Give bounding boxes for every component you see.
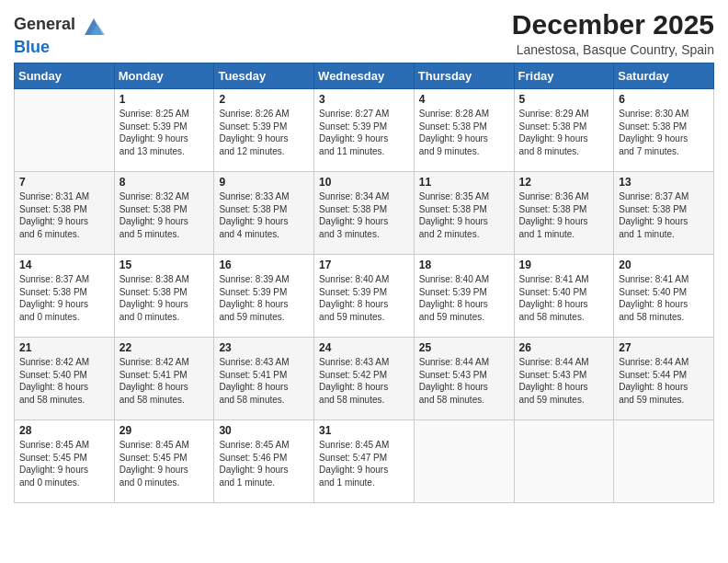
day-number: 13 [619, 176, 709, 189]
day-number: 12 [519, 176, 609, 189]
calendar-cell: 27Sunrise: 8:44 AM Sunset: 5:44 PM Dayli… [614, 338, 714, 420]
cell-content: Sunrise: 8:40 AM Sunset: 5:39 PM Dayligh… [419, 273, 509, 323]
calendar-cell: 10Sunrise: 8:34 AM Sunset: 5:38 PM Dayli… [314, 172, 415, 255]
cell-content: Sunrise: 8:37 AM Sunset: 5:38 PM Dayligh… [619, 190, 709, 240]
calendar-table: SundayMondayTuesdayWednesdayThursdayFrid… [14, 63, 714, 503]
cell-content: Sunrise: 8:32 AM Sunset: 5:38 PM Dayligh… [119, 190, 210, 240]
calendar-cell: 24Sunrise: 8:43 AM Sunset: 5:42 PM Dayli… [314, 338, 415, 420]
day-number: 8 [119, 176, 210, 189]
day-number: 18 [419, 259, 509, 271]
cell-content: Sunrise: 8:44 AM Sunset: 5:44 PM Dayligh… [619, 356, 709, 406]
calendar-cell: 26Sunrise: 8:44 AM Sunset: 5:43 PM Dayli… [514, 338, 614, 420]
calendar-cell: 21Sunrise: 8:42 AM Sunset: 5:40 PM Dayli… [15, 338, 115, 420]
day-number: 29 [119, 424, 210, 437]
day-number: 28 [19, 424, 109, 437]
day-number: 14 [19, 259, 109, 271]
cell-content: Sunrise: 8:45 AM Sunset: 5:47 PM Dayligh… [319, 439, 409, 488]
calendar-cell: 6Sunrise: 8:30 AM Sunset: 5:38 PM Daylig… [614, 89, 714, 172]
calendar-cell: 2Sunrise: 8:26 AM Sunset: 5:39 PM Daylig… [214, 89, 314, 172]
cell-content: Sunrise: 8:27 AM Sunset: 5:39 PM Dayligh… [319, 108, 409, 157]
cell-content: Sunrise: 8:44 AM Sunset: 5:43 PM Dayligh… [419, 356, 509, 406]
cell-content: Sunrise: 8:34 AM Sunset: 5:38 PM Dayligh… [319, 190, 409, 240]
day-number: 26 [519, 341, 609, 354]
calendar-cell: 8Sunrise: 8:32 AM Sunset: 5:38 PM Daylig… [114, 172, 214, 255]
day-header-monday: Monday [114, 63, 214, 89]
day-header-thursday: Thursday [414, 63, 514, 89]
day-number: 20 [619, 259, 709, 271]
day-number: 27 [619, 341, 709, 354]
cell-content: Sunrise: 8:41 AM Sunset: 5:40 PM Dayligh… [619, 273, 709, 323]
cell-content: Sunrise: 8:39 AM Sunset: 5:39 PM Dayligh… [219, 273, 309, 323]
cell-content: Sunrise: 8:38 AM Sunset: 5:38 PM Dayligh… [119, 273, 210, 323]
day-number: 5 [519, 93, 609, 106]
day-number: 1 [119, 93, 210, 106]
cell-content: Sunrise: 8:26 AM Sunset: 5:39 PM Dayligh… [219, 108, 309, 157]
day-header-wednesday: Wednesday [314, 63, 415, 89]
calendar-cell: 19Sunrise: 8:41 AM Sunset: 5:40 PM Dayli… [514, 255, 614, 338]
calendar-cell [15, 89, 115, 172]
cell-content: Sunrise: 8:41 AM Sunset: 5:40 PM Dayligh… [519, 273, 609, 323]
day-number: 9 [219, 176, 309, 189]
cell-content: Sunrise: 8:33 AM Sunset: 5:38 PM Dayligh… [219, 190, 309, 240]
calendar-cell: 23Sunrise: 8:43 AM Sunset: 5:41 PM Dayli… [214, 338, 314, 420]
cell-content: Sunrise: 8:45 AM Sunset: 5:46 PM Dayligh… [219, 439, 309, 488]
calendar-week-1: 1Sunrise: 8:25 AM Sunset: 5:39 PM Daylig… [15, 89, 714, 172]
calendar-cell: 12Sunrise: 8:36 AM Sunset: 5:38 PM Dayli… [514, 172, 614, 255]
calendar-week-4: 21Sunrise: 8:42 AM Sunset: 5:40 PM Dayli… [15, 338, 714, 420]
cell-content: Sunrise: 8:31 AM Sunset: 5:38 PM Dayligh… [19, 190, 109, 240]
day-number: 2 [219, 93, 309, 106]
cell-content: Sunrise: 8:36 AM Sunset: 5:38 PM Dayligh… [519, 190, 609, 240]
day-number: 6 [619, 93, 709, 106]
day-number: 30 [219, 424, 309, 437]
calendar-week-5: 28Sunrise: 8:45 AM Sunset: 5:45 PM Dayli… [15, 420, 714, 503]
day-number: 19 [519, 259, 609, 271]
calendar-cell: 15Sunrise: 8:38 AM Sunset: 5:38 PM Dayli… [114, 255, 214, 338]
day-number: 3 [319, 93, 409, 106]
cell-content: Sunrise: 8:45 AM Sunset: 5:45 PM Dayligh… [119, 439, 210, 488]
cell-content: Sunrise: 8:40 AM Sunset: 5:39 PM Dayligh… [319, 273, 409, 323]
cell-content: Sunrise: 8:45 AM Sunset: 5:45 PM Dayligh… [19, 439, 109, 488]
calendar-cell: 3Sunrise: 8:27 AM Sunset: 5:39 PM Daylig… [314, 89, 415, 172]
day-number: 16 [219, 259, 309, 271]
cell-content: Sunrise: 8:35 AM Sunset: 5:38 PM Dayligh… [419, 190, 509, 240]
calendar-week-3: 14Sunrise: 8:37 AM Sunset: 5:38 PM Dayli… [15, 255, 714, 338]
cell-content: Sunrise: 8:42 AM Sunset: 5:40 PM Dayligh… [19, 356, 109, 406]
calendar-cell: 13Sunrise: 8:37 AM Sunset: 5:38 PM Dayli… [614, 172, 714, 255]
calendar-cell [414, 420, 514, 503]
calendar-body: 1Sunrise: 8:25 AM Sunset: 5:39 PM Daylig… [15, 89, 714, 503]
calendar-header-row: SundayMondayTuesdayWednesdayThursdayFrid… [15, 63, 714, 89]
day-number: 17 [319, 259, 409, 271]
cell-content: Sunrise: 8:42 AM Sunset: 5:41 PM Dayligh… [119, 356, 210, 406]
cell-content: Sunrise: 8:43 AM Sunset: 5:42 PM Dayligh… [319, 356, 409, 406]
calendar-cell: 7Sunrise: 8:31 AM Sunset: 5:38 PM Daylig… [15, 172, 115, 255]
calendar-cell [614, 420, 714, 503]
calendar-cell: 29Sunrise: 8:45 AM Sunset: 5:45 PM Dayli… [114, 420, 214, 503]
day-header-tuesday: Tuesday [214, 63, 314, 89]
day-number: 7 [19, 176, 109, 189]
day-number: 21 [19, 341, 109, 354]
calendar-cell: 31Sunrise: 8:45 AM Sunset: 5:47 PM Dayli… [314, 420, 415, 503]
day-number: 24 [319, 341, 409, 354]
day-number: 10 [319, 176, 409, 189]
subtitle: Lanestosa, Basque Country, Spain [512, 42, 714, 57]
cell-content: Sunrise: 8:44 AM Sunset: 5:43 PM Dayligh… [519, 356, 609, 406]
day-number: 25 [419, 341, 509, 354]
calendar-cell: 9Sunrise: 8:33 AM Sunset: 5:38 PM Daylig… [214, 172, 314, 255]
cell-content: Sunrise: 8:37 AM Sunset: 5:38 PM Dayligh… [19, 273, 109, 323]
calendar-cell: 22Sunrise: 8:42 AM Sunset: 5:41 PM Dayli… [114, 338, 214, 420]
day-number: 11 [419, 176, 509, 189]
day-number: 23 [219, 341, 309, 354]
calendar-cell: 18Sunrise: 8:40 AM Sunset: 5:39 PM Dayli… [414, 255, 514, 338]
day-number: 15 [119, 259, 210, 271]
day-header-sunday: Sunday [15, 63, 115, 89]
day-number: 4 [419, 93, 509, 106]
calendar-cell: 1Sunrise: 8:25 AM Sunset: 5:39 PM Daylig… [114, 89, 214, 172]
day-header-saturday: Saturday [614, 63, 714, 89]
calendar-cell [514, 420, 614, 503]
cell-content: Sunrise: 8:28 AM Sunset: 5:38 PM Dayligh… [419, 108, 509, 157]
calendar-cell: 30Sunrise: 8:45 AM Sunset: 5:46 PM Dayli… [214, 420, 314, 503]
calendar-cell: 17Sunrise: 8:40 AM Sunset: 5:39 PM Dayli… [314, 255, 415, 338]
logo: General Blue [14, 13, 107, 57]
header: General Blue December 2025 Lanestosa, Ba… [14, 9, 714, 57]
main-title: December 2025 [512, 9, 714, 40]
